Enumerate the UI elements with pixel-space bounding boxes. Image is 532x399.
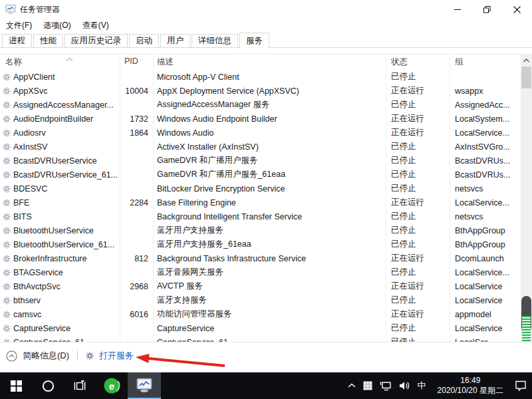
service-row[interactable]: BluetoothUserService_61...蓝牙用户支持服务_61eaa… — [0, 237, 521, 251]
menubar: 文件(F)选项(O)查看(V) — [0, 19, 532, 32]
red-arrow-annotation — [126, 349, 233, 370]
menu-item-file[interactable]: 文件(F) — [6, 20, 32, 31]
cortana-button[interactable] — [32, 372, 64, 399]
tab-startup[interactable]: 启动 — [129, 34, 159, 47]
service-pid: 2968 — [120, 282, 153, 291]
start-button[interactable] — [0, 372, 32, 399]
ime-grid-icon[interactable] — [363, 381, 372, 390]
tab-users[interactable]: 用户 — [160, 34, 190, 47]
menu-item-view[interactable]: 查看(V) — [82, 20, 109, 31]
service-description: Background Tasks Infrastructure Service — [153, 254, 386, 263]
window-title: 任务管理器 — [20, 4, 60, 15]
service-name: AxInstSV — [0, 142, 120, 152]
task-view-button[interactable] — [64, 372, 96, 399]
service-row[interactable]: BluetoothUserService蓝牙用户支持服务已停止BthAppGro… — [0, 223, 521, 237]
service-row[interactable]: bthserv蓝牙支持服务已停止LocalService — [0, 293, 521, 307]
tab-details[interactable]: 详细信息 — [192, 34, 238, 47]
service-gear-icon — [3, 297, 11, 305]
service-gear-icon — [3, 185, 11, 193]
service-row[interactable]: AudioEndpointBuilder1732Windows Audio En… — [0, 112, 521, 126]
scroll-up-arrow-icon[interactable] — [521, 55, 532, 66]
service-description: CaptureService — [153, 324, 386, 333]
service-status: 已停止 — [386, 71, 450, 82]
service-group: LocalService — [450, 282, 521, 291]
service-row[interactable]: AxInstSVActiveX Installer (AxInstSV)已停止A… — [0, 140, 521, 154]
menu-item-options[interactable]: 选项(O) — [43, 20, 70, 31]
tab-services[interactable]: 服务 — [239, 33, 269, 48]
service-row[interactable]: BDESVCBitLocker Drive Encryption Service… — [0, 182, 521, 196]
service-row[interactable]: CaptureServiceCaptureService已停止LocalServ… — [0, 321, 521, 335]
service-name: BcastDVRUserService_61... — [0, 170, 120, 180]
service-group: LocalService — [450, 296, 521, 305]
service-name: AudioEndpointBuilder — [0, 114, 120, 124]
ime-language-indicator[interactable]: 中 — [418, 380, 426, 392]
service-row[interactable]: BcastDVRUserService_61...GameDVR 和广播用户服务… — [0, 168, 521, 182]
vertical-scrollbar[interactable] — [521, 55, 532, 342]
service-name: BITS — [0, 212, 120, 221]
service-status: 已停止 — [386, 239, 450, 250]
cortana-circle-icon — [42, 380, 55, 392]
scroll-stripes-icon — [522, 316, 531, 341]
volume-icon[interactable] — [399, 381, 410, 390]
service-status: 已停止 — [386, 295, 450, 306]
service-row[interactable]: BTAGService蓝牙音频网关服务已停止LocalService... — [0, 265, 521, 279]
service-group: AssignedAcc... — [450, 100, 521, 110]
service-status: 正在运行 — [386, 127, 450, 138]
service-status: 已停止 — [386, 141, 450, 152]
service-description: 蓝牙用户支持服务_61eaa — [153, 239, 386, 250]
browser-button[interactable]: e — [96, 372, 128, 399]
service-description: AssignedAccessManager 服务 — [153, 99, 386, 110]
show-hidden-icons-button[interactable] — [348, 383, 356, 388]
service-status: 已停止 — [386, 211, 450, 222]
service-status: 正在运行 — [386, 281, 450, 292]
service-group: LocalService... — [450, 128, 521, 138]
task-view-icon — [74, 380, 86, 392]
service-gear-icon — [3, 311, 11, 319]
windows-logo-icon — [11, 380, 22, 392]
service-status: 正在运行 — [386, 113, 450, 124]
tab-processes[interactable]: 进程 — [2, 34, 32, 47]
tab-app-history[interactable]: 应用历史记录 — [65, 34, 128, 47]
service-name: BluetoothUserService — [0, 226, 120, 235]
column-header-pid[interactable]: PID — [124, 57, 138, 66]
service-row[interactable]: BFE2284Base Filtering Engine正在运行LocalSer… — [0, 196, 521, 209]
scrollbar-thumb[interactable] — [521, 66, 531, 88]
service-pid: 10004 — [120, 86, 153, 96]
clock[interactable]: 16:49 2020/10/20 星期二 — [438, 376, 503, 396]
column-header-group[interactable]: 组 — [455, 57, 464, 68]
column-header-name[interactable]: 名称 — [5, 57, 22, 68]
service-name: Audiosrv — [0, 128, 120, 138]
service-row[interactable]: BITSBackground Intelligent Transfer Serv… — [0, 209, 521, 223]
service-row[interactable]: AssignedAccessManager...AssignedAccessMa… — [0, 98, 521, 112]
minimize-button[interactable] — [442, 0, 472, 19]
fewer-details-button[interactable]: 简略信息(D) — [23, 350, 69, 362]
service-row[interactable]: camsvc6016功能访问管理器服务正在运行appmodel — [0, 307, 521, 321]
service-name: BluetoothUserService_61... — [0, 240, 120, 249]
action-center-icon[interactable] — [515, 380, 527, 391]
service-row[interactable]: BrokerInfrastructure812Background Tasks … — [0, 251, 521, 265]
service-name: BrokerInfrastructure — [0, 254, 120, 263]
tab-performance[interactable]: 性能 — [33, 34, 63, 47]
column-header-desc[interactable]: 描述 — [157, 57, 174, 68]
restore-button[interactable] — [472, 0, 502, 19]
task-manager-app-icon — [136, 377, 152, 393]
service-pid: 1732 — [120, 114, 153, 124]
service-description: ActiveX Installer (AxInstSV) — [153, 142, 386, 152]
service-row[interactable]: Audiosrv1864Windows Audio正在运行LocalServic… — [0, 126, 521, 140]
network-icon[interactable] — [380, 381, 392, 391]
service-row[interactable]: BcastDVRUserServiceGameDVR 和广播用户服务已停止Bca… — [0, 154, 521, 168]
task-manager-taskbar-button[interactable] — [128, 372, 161, 399]
service-group: wsappx — [450, 86, 521, 96]
column-header-status[interactable]: 状态 — [391, 57, 408, 68]
close-button[interactable] — [502, 0, 532, 19]
service-gear-icon — [3, 283, 11, 291]
screen: 任务管理器 文件(F)选项(O)查看(V) 进程性能应用历史记录启动用户详细信息… — [0, 0, 532, 399]
service-row[interactable]: BthAvctpSvc2968AVCTP 服务正在运行LocalService — [0, 279, 521, 293]
table-header: 名称 PID 描述 状态 组 — [0, 55, 532, 70]
service-group: DcomLaunch — [450, 254, 521, 263]
service-row[interactable]: AppXSvc10004AppX Deployment Service (App… — [0, 84, 521, 98]
service-name: AppVClient — [0, 72, 120, 82]
service-group: BthAppGroup — [450, 240, 521, 249]
service-row[interactable]: AppVClientMicrosoft App-V Client已停止 — [0, 70, 521, 84]
task-manager-window: 任务管理器 文件(F)选项(O)查看(V) 进程性能应用历史记录启动用户详细信息… — [0, 0, 532, 372]
